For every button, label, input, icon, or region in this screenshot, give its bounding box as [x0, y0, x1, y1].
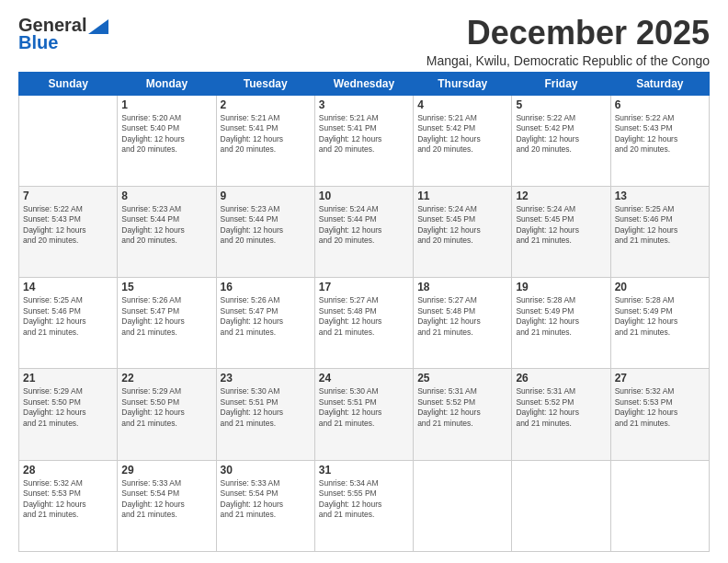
- day-number: 12: [516, 190, 606, 202]
- day-number: 2: [221, 98, 311, 111]
- day-number: 15: [121, 281, 211, 293]
- calendar-cell: 18Sunrise: 5:27 AM Sunset: 5:48 PM Dayli…: [414, 278, 512, 369]
- calendar-cell: [512, 460, 610, 551]
- calendar-cell: 10Sunrise: 5:24 AM Sunset: 5:44 PM Dayli…: [314, 186, 413, 277]
- calendar-cell: 6Sunrise: 5:22 AM Sunset: 5:43 PM Daylig…: [610, 95, 709, 186]
- day-number: 30: [221, 464, 311, 477]
- day-of-week-header: Friday: [512, 72, 610, 95]
- calendar-cell: 25Sunrise: 5:31 AM Sunset: 5:52 PM Dayli…: [414, 369, 512, 460]
- calendar-cell: 14Sunrise: 5:25 AM Sunset: 5:46 PM Dayli…: [19, 278, 118, 369]
- calendar-cell: 23Sunrise: 5:30 AM Sunset: 5:51 PM Dayli…: [216, 369, 314, 460]
- day-of-week-header: Saturday: [610, 72, 709, 95]
- day-detail: Sunrise: 5:30 AM Sunset: 5:51 PM Dayligh…: [221, 386, 311, 429]
- calendar-cell: [610, 460, 709, 551]
- calendar-cell: 16Sunrise: 5:26 AM Sunset: 5:47 PM Dayli…: [216, 278, 314, 369]
- day-detail: Sunrise: 5:32 AM Sunset: 5:53 PM Dayligh…: [23, 478, 113, 521]
- day-detail: Sunrise: 5:23 AM Sunset: 5:44 PM Dayligh…: [221, 204, 311, 247]
- day-number: 27: [615, 372, 705, 385]
- day-number: 17: [319, 281, 409, 293]
- logo: General Blue: [18, 15, 108, 53]
- calendar-cell: 22Sunrise: 5:29 AM Sunset: 5:50 PM Dayli…: [118, 369, 216, 460]
- day-detail: Sunrise: 5:27 AM Sunset: 5:48 PM Dayligh…: [319, 295, 409, 338]
- day-detail: Sunrise: 5:33 AM Sunset: 5:54 PM Dayligh…: [221, 478, 311, 521]
- calendar-table: SundayMondayTuesdayWednesdayThursdayFrid…: [18, 72, 710, 552]
- day-number: 23: [221, 372, 311, 385]
- day-detail: Sunrise: 5:23 AM Sunset: 5:44 PM Dayligh…: [121, 204, 211, 247]
- day-number: 9: [221, 190, 311, 202]
- day-number: 21: [23, 372, 113, 385]
- day-detail: Sunrise: 5:25 AM Sunset: 5:46 PM Dayligh…: [615, 204, 705, 247]
- day-detail: Sunrise: 5:22 AM Sunset: 5:43 PM Dayligh…: [615, 113, 705, 155]
- calendar-cell: 8Sunrise: 5:23 AM Sunset: 5:44 PM Daylig…: [118, 186, 216, 277]
- calendar-cell: [414, 460, 512, 551]
- logo-blue: Blue: [18, 32, 58, 53]
- calendar-cell: 26Sunrise: 5:31 AM Sunset: 5:52 PM Dayli…: [512, 369, 610, 460]
- day-detail: Sunrise: 5:29 AM Sunset: 5:50 PM Dayligh…: [121, 386, 211, 429]
- day-of-week-header: Tuesday: [216, 72, 314, 95]
- day-number: 8: [121, 190, 211, 202]
- day-of-week-header: Thursday: [414, 72, 512, 95]
- day-detail: Sunrise: 5:20 AM Sunset: 5:40 PM Dayligh…: [121, 113, 211, 155]
- day-number: 7: [23, 190, 113, 202]
- day-number: 14: [23, 281, 113, 293]
- day-detail: Sunrise: 5:28 AM Sunset: 5:49 PM Dayligh…: [516, 295, 606, 338]
- calendar-cell: 17Sunrise: 5:27 AM Sunset: 5:48 PM Dayli…: [314, 278, 413, 369]
- day-number: 31: [319, 464, 409, 477]
- day-number: 26: [516, 372, 606, 385]
- calendar-cell: 4Sunrise: 5:21 AM Sunset: 5:42 PM Daylig…: [414, 95, 512, 186]
- day-number: 4: [417, 98, 507, 111]
- calendar-cell: 29Sunrise: 5:33 AM Sunset: 5:54 PM Dayli…: [118, 460, 216, 551]
- day-number: 10: [319, 190, 409, 202]
- calendar-cell: 24Sunrise: 5:30 AM Sunset: 5:51 PM Dayli…: [314, 369, 413, 460]
- calendar-cell: 9Sunrise: 5:23 AM Sunset: 5:44 PM Daylig…: [216, 186, 314, 277]
- day-detail: Sunrise: 5:33 AM Sunset: 5:54 PM Dayligh…: [121, 478, 211, 521]
- day-of-week-header: Wednesday: [314, 72, 413, 95]
- calendar-cell: [19, 95, 118, 186]
- calendar-wrapper: SundayMondayTuesdayWednesdayThursdayFrid…: [18, 72, 710, 552]
- logo-icon: [88, 19, 108, 34]
- day-detail: Sunrise: 5:24 AM Sunset: 5:45 PM Dayligh…: [516, 204, 606, 247]
- calendar-body: 1Sunrise: 5:20 AM Sunset: 5:40 PM Daylig…: [19, 95, 710, 551]
- calendar-cell: 30Sunrise: 5:33 AM Sunset: 5:54 PM Dayli…: [216, 460, 314, 551]
- day-number: 13: [615, 190, 705, 202]
- day-detail: Sunrise: 5:24 AM Sunset: 5:44 PM Dayligh…: [319, 204, 409, 247]
- calendar-cell: 20Sunrise: 5:28 AM Sunset: 5:49 PM Dayli…: [610, 278, 709, 369]
- day-detail: Sunrise: 5:21 AM Sunset: 5:41 PM Dayligh…: [221, 113, 311, 155]
- day-number: 19: [516, 281, 606, 293]
- day-detail: Sunrise: 5:31 AM Sunset: 5:52 PM Dayligh…: [516, 386, 606, 429]
- day-detail: Sunrise: 5:22 AM Sunset: 5:42 PM Dayligh…: [516, 113, 606, 155]
- location-title: Mangai, Kwilu, Democratic Republic of th…: [427, 53, 710, 68]
- calendar-cell: 5Sunrise: 5:22 AM Sunset: 5:42 PM Daylig…: [512, 95, 610, 186]
- day-number: 24: [319, 372, 409, 385]
- month-title: December 2025: [427, 15, 710, 52]
- day-detail: Sunrise: 5:29 AM Sunset: 5:50 PM Dayligh…: [23, 386, 113, 429]
- day-number: 11: [417, 190, 507, 202]
- day-detail: Sunrise: 5:26 AM Sunset: 5:47 PM Dayligh…: [121, 295, 211, 338]
- day-number: 28: [23, 464, 113, 477]
- calendar-cell: 15Sunrise: 5:26 AM Sunset: 5:47 PM Dayli…: [118, 278, 216, 369]
- svg-marker-0: [88, 19, 108, 34]
- day-number: 29: [121, 464, 211, 477]
- day-number: 20: [615, 281, 705, 293]
- calendar-cell: 7Sunrise: 5:22 AM Sunset: 5:43 PM Daylig…: [19, 186, 118, 277]
- day-detail: Sunrise: 5:28 AM Sunset: 5:49 PM Dayligh…: [615, 295, 705, 338]
- calendar-cell: 11Sunrise: 5:24 AM Sunset: 5:45 PM Dayli…: [414, 186, 512, 277]
- calendar-cell: 31Sunrise: 5:34 AM Sunset: 5:55 PM Dayli…: [314, 460, 413, 551]
- calendar-cell: 12Sunrise: 5:24 AM Sunset: 5:45 PM Dayli…: [512, 186, 610, 277]
- day-detail: Sunrise: 5:26 AM Sunset: 5:47 PM Dayligh…: [221, 295, 311, 338]
- day-detail: Sunrise: 5:27 AM Sunset: 5:48 PM Dayligh…: [417, 295, 507, 338]
- day-detail: Sunrise: 5:21 AM Sunset: 5:41 PM Dayligh…: [319, 113, 409, 155]
- calendar-cell: 27Sunrise: 5:32 AM Sunset: 5:53 PM Dayli…: [610, 369, 709, 460]
- title-block: December 2025 Mangai, Kwilu, Democratic …: [427, 15, 710, 68]
- day-number: 25: [417, 372, 507, 385]
- calendar-cell: 21Sunrise: 5:29 AM Sunset: 5:50 PM Dayli…: [19, 369, 118, 460]
- day-number: 16: [221, 281, 311, 293]
- page: General Blue December 2025 Mangai, Kwilu…: [0, 0, 728, 563]
- day-of-week-header: Sunday: [19, 72, 118, 95]
- day-number: 18: [417, 281, 507, 293]
- day-detail: Sunrise: 5:32 AM Sunset: 5:53 PM Dayligh…: [615, 386, 705, 429]
- day-detail: Sunrise: 5:22 AM Sunset: 5:43 PM Dayligh…: [23, 204, 113, 247]
- day-detail: Sunrise: 5:30 AM Sunset: 5:51 PM Dayligh…: [319, 386, 409, 429]
- day-of-week-header: Monday: [118, 72, 216, 95]
- header: General Blue December 2025 Mangai, Kwilu…: [18, 15, 710, 68]
